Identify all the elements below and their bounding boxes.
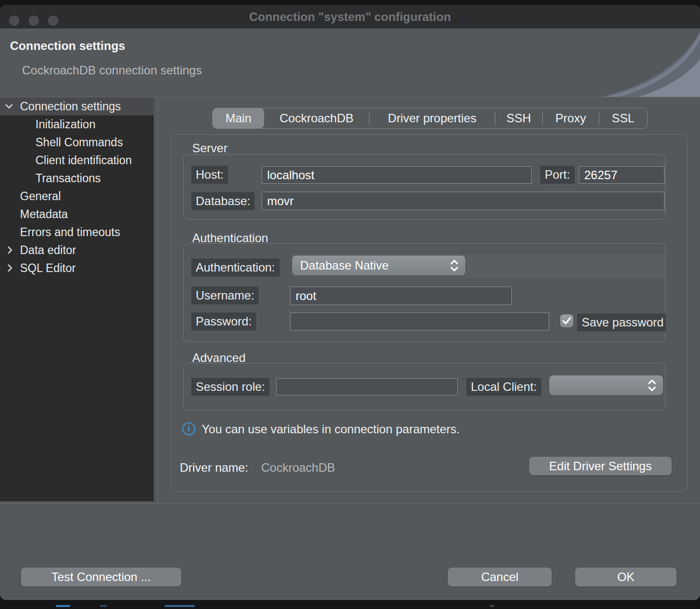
tree-item-sql-editor[interactable]: SQL Editor [0,259,154,277]
updown-chevron-icon [449,259,459,272]
screen: Connection "system" configuration Connec… [0,0,700,609]
chevron-right-icon[interactable] [5,245,15,255]
tab-main[interactable]: Main [213,108,264,128]
checkmark-icon [562,317,571,325]
page-subtitle: CockroachDB connection settings [22,63,202,77]
test-connection-button[interactable]: Test Connection ... [21,568,181,587]
desktop-fragment [165,605,195,607]
host-label: Host: [191,166,228,184]
footer-divider [0,503,700,504]
save-password-label[interactable]: Save password [577,313,666,331]
driver-name-value: CockroachDB [261,461,335,475]
tree-item-transactions[interactable]: Transactions [0,169,154,187]
tree-item-client-identification[interactable]: Client identification [0,151,154,169]
server-group-title: Server [192,141,228,155]
session-role-label: Session role: [191,378,270,396]
tab-cockroachdb[interactable]: CockroachDB [264,108,369,128]
chevron-down-icon[interactable] [4,101,14,111]
updown-chevron-icon [647,379,657,392]
info-icon: i [182,422,195,435]
local-client-label: Local Client: [466,378,541,396]
local-client-select[interactable] [549,375,663,395]
cancel-button[interactable]: Cancel [448,568,552,587]
port-input[interactable] [579,166,665,184]
tree-item-general[interactable]: General [0,187,154,205]
tab-ssh[interactable]: SSH [495,108,542,128]
desktop-fragment [56,605,70,607]
database-label: Database: [191,192,255,210]
tree-item-shell-commands[interactable]: Shell Commands [0,133,154,151]
info-text: You can use variables in connection para… [202,422,460,436]
chevron-right-icon[interactable] [5,263,15,273]
authentication-label: Authentication: [191,259,280,277]
tree-item-errors-and-timeouts[interactable]: Errors and timeouts [0,223,154,241]
port-label: Port: [540,166,575,184]
title-bar[interactable]: Connection "system" configuration [0,5,700,28]
tree-item-metadata[interactable]: Metadata [0,205,154,223]
tree-item-data-editor[interactable]: Data editor [0,241,154,259]
settings-tree: Connection settings Initialization Shell… [0,97,154,501]
decorative-swoosh [574,28,700,97]
session-role-input[interactable] [276,378,458,395]
save-password-checkbox[interactable] [560,314,573,327]
password-label: Password: [191,312,256,330]
dialog-window: Connection "system" configuration Connec… [0,5,700,600]
database-input[interactable] [262,192,665,210]
tree-item-connection-settings[interactable]: Connection settings [0,97,154,115]
tab-bar: Main CockroachDB Driver properties SSH P… [212,108,648,129]
ok-button[interactable]: OK [575,568,677,587]
driver-name-label: Driver name: [180,461,248,475]
desktop-fragment [100,605,107,607]
window-title: Connection "system" configuration [0,5,700,28]
tab-proxy[interactable]: Proxy [543,108,599,128]
edit-driver-settings-button[interactable]: Edit Driver Settings [529,457,672,475]
sidebar-divider [158,97,158,503]
tree-item-initialization[interactable]: Initialization [0,115,154,133]
page-title: Connection settings [10,39,125,53]
authentication-select[interactable]: Database Native [292,256,465,276]
password-input[interactable] [290,312,549,330]
username-input[interactable] [290,287,512,305]
tab-ssl[interactable]: SSL [599,108,647,128]
host-input[interactable] [262,166,532,184]
username-label: Username: [191,287,259,304]
tab-driver-properties[interactable]: Driver properties [369,108,495,128]
desktop-fragment [489,605,494,607]
desktop-strip [0,600,700,609]
